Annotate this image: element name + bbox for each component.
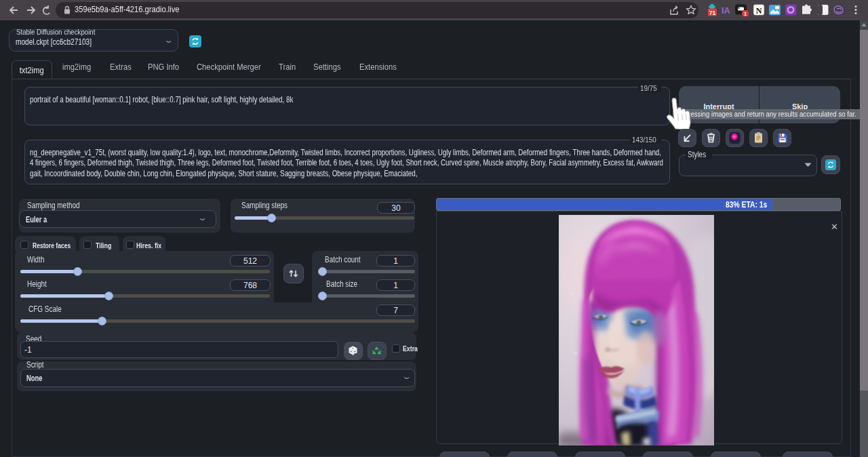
svg-text:71: 71	[709, 9, 716, 16]
svg-text:1: 1	[744, 11, 747, 17]
svg-text:N: N	[756, 6, 762, 16]
svg-text:IA: IA	[722, 6, 730, 16]
